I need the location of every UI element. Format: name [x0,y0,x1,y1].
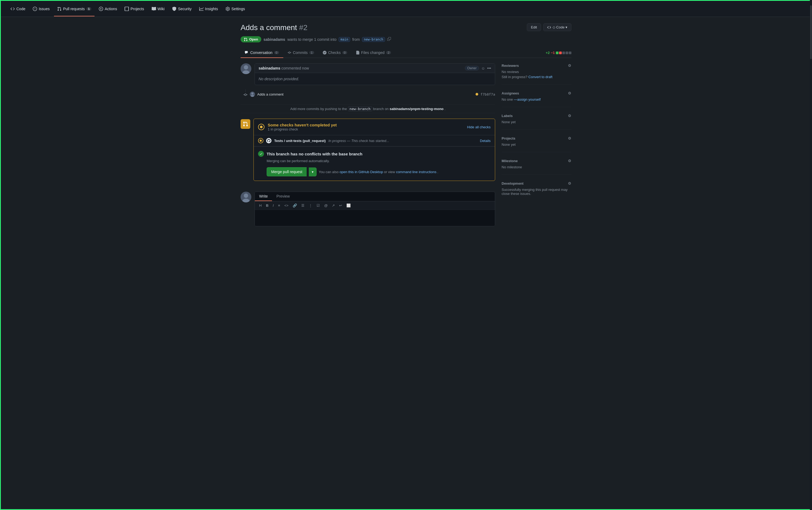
preview-tab[interactable]: Preview [272,192,294,201]
sidebar-projects: Projects ⚙ None yet [501,136,572,152]
tab-conversation[interactable]: Conversation 0 [240,48,283,58]
nav-code[interactable]: Code [7,5,28,13]
toolbar-code[interactable]: <> [283,203,289,208]
diff-del: −1 [551,51,555,55]
open-github-desktop-link[interactable]: open this in GitHub Desktop [340,170,383,174]
reviewers-value: No reviews [501,70,572,74]
comment-section: sabinadams commented now Owner ☺ ••• No … [240,63,495,85]
checks-subtitle: 1 in progress check [268,127,337,131]
pr-body: sabinadams commented now Owner ☺ ••• No … [240,63,572,226]
commit-line: Adds a comment f7b8f7a [250,89,495,99]
nav-code-label: Code [17,7,25,11]
development-title: Development [501,181,524,185]
diff-add: +2 [546,51,550,55]
more-options-button[interactable]: ••• [487,66,491,70]
check-item-row: Tests / unit-tests (pull_request) In pro… [254,135,495,146]
toolbar-fullscreen[interactable]: ⬜ [345,203,352,208]
nav-actions[interactable]: Actions [95,5,120,13]
pr-header: Adds a comment #2 Edit ◇ Code ▾ [240,23,572,32]
details-link[interactable]: Details [480,139,491,143]
svg-point-1 [244,65,248,69]
nav-issues[interactable]: Issues [30,5,53,13]
code-button[interactable]: ◇ Code ▾ [543,23,572,31]
sidebar-milestone: Milestone ⚙ No milestone [501,159,572,175]
tab-checks[interactable]: Checks 0 [318,48,351,58]
toolbar-unordered-list[interactable]: ☰ [300,203,306,208]
checks-header: Some checks haven't completed yet 1 in p… [254,119,495,135]
tab-files-changed[interactable]: Files changed 2 [351,48,395,58]
development-gear-icon[interactable]: ⚙ [568,181,572,185]
base-branch[interactable]: main [339,37,350,42]
development-value: Successfully merging this pull request m… [501,188,572,196]
projects-gear-icon[interactable]: ⚙ [568,136,572,140]
edit-button[interactable]: Edit [527,23,541,31]
nav-settings[interactable]: Settings [222,5,249,13]
sidebar-development-header: Development ⚙ [501,181,572,185]
nav-wiki[interactable]: Wiki [148,5,168,13]
toolbar-link[interactable]: 🔗 [292,203,298,208]
nav-projects[interactable]: Projects [121,5,147,13]
diff-seg-del1 [559,52,562,54]
tab-commits[interactable]: Commits 1 [283,48,318,58]
comment-header: sabinadams commented now Owner ☺ ••• [255,64,495,73]
checks-icon [323,51,326,55]
merge-also-text: You can also open this in GitHub Desktop… [319,170,438,174]
projects-title: Projects [501,137,515,140]
reply-tabs: Write Preview [255,192,495,201]
nav-insights[interactable]: Insights [196,5,221,13]
toolbar-ordered-list[interactable]: ⋮ [308,203,313,208]
emoji-button[interactable]: ☺ [481,66,485,70]
toolbar-undo[interactable]: ↩ [338,203,343,208]
write-tab[interactable]: Write [255,192,272,201]
convert-to-draft-link[interactable]: Convert to draft [528,75,553,79]
copy-branch-icon[interactable] [387,37,391,41]
merge-branch-icon [243,121,248,127]
checks-area: Some checks haven't completed yet 1 in p… [240,119,495,186]
scrollbar[interactable] [810,0,812,510]
merge-pull-request-button[interactable]: Merge pull request [267,167,307,176]
commits-count: 1 [309,51,314,54]
hide-checks-button[interactable]: Hide all checks [467,125,491,129]
assign-yourself-link[interactable]: —assign yourself [514,97,541,101]
checks-count: 0 [342,51,347,54]
assignees-gear-icon[interactable]: ⚙ [568,91,572,95]
toolbar-italic[interactable]: I [272,203,275,208]
pr-icon [57,7,61,11]
toolbar-reference[interactable]: ↗ [331,203,336,208]
reviewers-gear-icon[interactable]: ⚙ [568,63,572,68]
head-branch[interactable]: new-branch [362,37,385,42]
milestone-gear-icon[interactable]: ⚙ [568,159,572,163]
nav-pull-requests[interactable]: Pull requests 1 [54,5,94,13]
conversation-count: 0 [274,51,279,54]
merge-check-icon [258,151,264,157]
commits-label: Commits [293,51,308,55]
svg-point-4 [251,93,254,95]
projects-icon [124,7,129,11]
toolbar-heading[interactable]: H [258,203,263,208]
main-container: Adds a comment #2 Edit ◇ Code ▾ Open sab… [234,17,578,233]
nav-security[interactable]: Security [169,5,195,13]
toolbar-mention[interactable]: @ [323,203,329,208]
insights-icon [199,7,204,11]
toolbar-task-list[interactable]: ☑ [316,203,321,208]
labels-gear-icon[interactable]: ⚙ [568,114,572,118]
scrollbar-thumb[interactable] [810,5,812,59]
toolbar-list[interactable]: ≡ [277,203,281,208]
reply-avatar [240,192,251,202]
reply-textarea-area[interactable] [255,210,495,226]
checks-panel: Some checks haven't completed yet 1 in p… [254,119,495,181]
pr-sidebar: Reviewers ⚙ No reviews Still in progress… [501,63,572,226]
toolbar-bold[interactable]: B [265,203,269,208]
sidebar-reviewers-header: Reviewers ⚙ [501,63,572,68]
diff-stats: +2 −1 [546,51,572,55]
merge-btn-row: Merge pull request ▾ You can also open t… [267,167,491,176]
sidebar-assignees-header: Assignees ⚙ [501,91,572,95]
checkmark-icon [259,152,263,155]
check-item-status: In progress — This check has started... [328,139,389,143]
merge-dropdown-button[interactable]: ▾ [309,168,317,176]
command-line-instructions-link[interactable]: command line instructions [396,170,436,174]
status-badge: Open [240,36,261,42]
diff-bar [556,52,572,54]
code-chevron-icon [547,26,551,29]
top-navigation: Code Issues Pull requests 1 Actions Proj… [1,1,811,17]
